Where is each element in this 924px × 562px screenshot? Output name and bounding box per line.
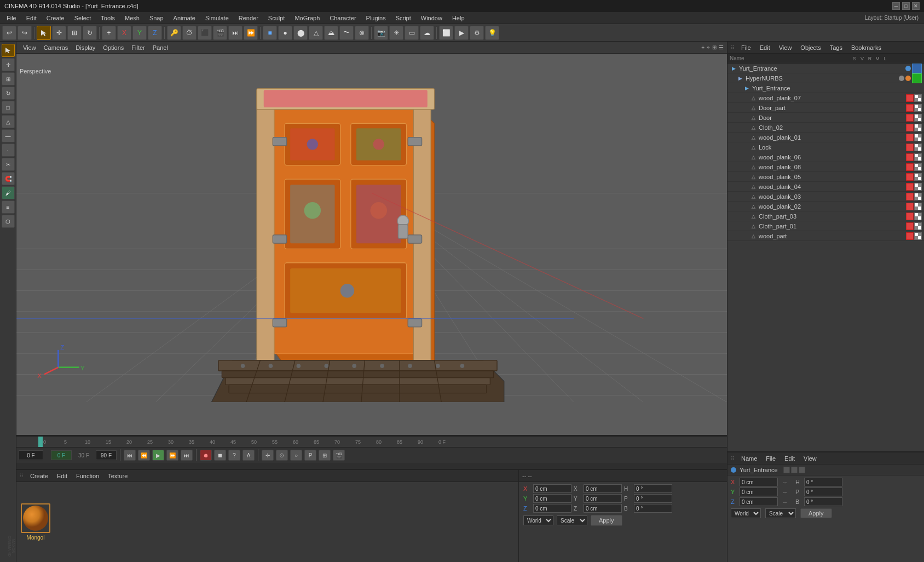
obj-row-wood-plank-06[interactable]: △ wood_plank_06 (727, 152, 924, 162)
coord-h-input[interactable] (634, 484, 672, 493)
obj-row-wood-plank-03[interactable]: △ wood_plank_03 (727, 192, 924, 202)
render-region-btn[interactable]: ⬜ (439, 26, 453, 40)
left-tool-edge[interactable]: — (2, 129, 15, 142)
viewport-canvas[interactable]: Y Z X Perspective (16, 54, 727, 435)
obj-menu-edit[interactable]: Edit (758, 43, 772, 52)
next-clapper-btn[interactable]: ⏭ (228, 26, 242, 40)
close-button[interactable]: ✕ (912, 2, 920, 10)
obj-row-lock[interactable]: △ Lock (727, 142, 924, 152)
operation-select[interactable]: Scale Move Rotate (557, 515, 587, 525)
material-menu-create[interactable]: Create (28, 472, 50, 480)
maximize-button[interactable]: □ (902, 2, 910, 10)
obj-row-wood-plank-01[interactable]: △ wood_plank_01 (727, 133, 924, 142)
left-tool-box[interactable]: □ (2, 101, 15, 114)
menu-animate[interactable]: Animate (169, 14, 200, 22)
left-tool-move[interactable]: ✛ (2, 58, 15, 71)
obj-row-wood-part[interactable]: △ wood_part (727, 231, 924, 241)
tl-tool4[interactable]: P (304, 450, 316, 461)
coord-y-pos-input[interactable] (533, 494, 571, 503)
props-menu-name[interactable]: Name (739, 454, 759, 463)
props-operation-select[interactable]: Scale Move Rotate (765, 508, 796, 518)
viewport-menu-view[interactable]: View (20, 43, 39, 52)
menu-create[interactable]: Create (42, 14, 69, 22)
coord-system-select[interactable]: World Object (523, 515, 553, 525)
skip-btn[interactable]: ⏩ (244, 26, 258, 40)
obj-row-wood-plank-08[interactable]: △ wood_plank_08 (727, 162, 924, 172)
apply-button[interactable]: Apply (591, 515, 622, 526)
obj-menu-tags[interactable]: Tags (828, 43, 845, 52)
landscape-btn[interactable]: ⛰ (324, 26, 338, 40)
undo-button[interactable]: ↩ (2, 26, 16, 40)
menu-mesh[interactable]: Mesh (120, 14, 144, 22)
left-tool-layer[interactable]: ≡ (2, 200, 15, 214)
props-b-input[interactable] (804, 497, 842, 506)
select-tool-button[interactable] (37, 26, 51, 40)
obj-row-cloth-part-01[interactable]: △ Cloth_part_01 (727, 221, 924, 231)
obj-row-wood-plank-05[interactable]: △ wood_plank_05 (727, 172, 924, 182)
end-frame-input[interactable] (96, 450, 117, 460)
props-h-input[interactable] (804, 478, 842, 486)
deform-btn[interactable]: ⊗ (355, 26, 369, 40)
minimize-button[interactable]: ─ (892, 2, 900, 10)
cylinder-tool-button[interactable]: ⬤ (293, 26, 308, 40)
left-tool-rotate[interactable]: ↻ (2, 87, 15, 100)
menu-render[interactable]: Render (234, 14, 263, 22)
record-btn[interactable]: ⏺ (200, 450, 212, 461)
obj-menu-view[interactable]: View (777, 43, 794, 52)
menu-character[interactable]: Character (325, 14, 360, 22)
z-axis-button[interactable]: Z (148, 26, 162, 40)
titlebar-controls[interactable]: ─ □ ✕ (892, 2, 920, 10)
viewport-menu-display[interactable]: Display (72, 43, 99, 52)
menu-simulate[interactable]: Simulate (201, 14, 233, 22)
obj-menu-file[interactable]: File (739, 43, 753, 52)
stop-btn[interactable]: ⏹ (214, 450, 226, 461)
viewport-menu-filter[interactable]: Filter (128, 43, 148, 52)
record-btn[interactable]: ⬛ (198, 26, 212, 40)
obj-row-yurt-entrance-root[interactable]: ▶ Yurt_Entrance (727, 64, 924, 73)
menu-tools[interactable]: Tools (96, 14, 119, 22)
obj-row-wood-plank-04[interactable]: △ wood_plank_04 (727, 182, 924, 192)
coord-z-pos-input[interactable] (533, 504, 571, 513)
props-y-pos-input[interactable] (740, 488, 778, 496)
viewport[interactable]: View Cameras Display Options Filter Pane… (16, 42, 727, 436)
left-tool-paint[interactable]: 🖌 (2, 186, 15, 199)
left-tool-knife[interactable]: ✂ (2, 158, 15, 171)
rotate-tool-button[interactable]: ↻ (83, 26, 97, 40)
menu-snap[interactable]: Snap (145, 14, 168, 22)
obj-row-cloth-02[interactable]: △ Cloth_02 (727, 123, 924, 133)
obj-row-door[interactable]: △ Door (727, 113, 924, 123)
redo-button[interactable]: ↪ (18, 26, 32, 40)
material-menu-texture[interactable]: Texture (106, 472, 130, 480)
viewport-menu-options[interactable]: Options (100, 43, 127, 52)
props-menu-view[interactable]: View (801, 454, 819, 463)
cube-tool-button[interactable]: ■ (263, 26, 277, 40)
timeline-position-marker[interactable] (38, 437, 43, 447)
left-tool-point[interactable]: · (2, 144, 15, 157)
material-thumb-mongol[interactable] (21, 503, 50, 533)
material-menu-edit[interactable]: Edit (55, 472, 70, 480)
left-tool-texture[interactable]: ⬡ (2, 215, 15, 228)
tl-tool5[interactable]: ⊞ (319, 450, 331, 461)
tl-tool2[interactable]: ⏲ (276, 450, 288, 461)
start-frame-input[interactable] (51, 450, 72, 460)
menu-sculpt[interactable]: Sculpt (264, 14, 290, 22)
obj-row-door-part[interactable]: △ Door_part (727, 103, 924, 113)
menu-help[interactable]: Help (448, 14, 469, 22)
menu-mograph[interactable]: MoGraph (290, 14, 324, 22)
coord-z-rot-input[interactable] (584, 504, 622, 513)
key-button[interactable]: 🔑 (167, 26, 181, 40)
add-tool-button[interactable]: + (102, 26, 116, 40)
camera-btn[interactable]: 📷 (374, 26, 388, 40)
menu-plugins[interactable]: Plugins (362, 14, 390, 22)
left-tool-magnet[interactable]: 🧲 (2, 172, 15, 185)
current-frame-input[interactable] (19, 450, 43, 460)
transport-play[interactable]: ▶ (152, 450, 164, 461)
material-menu-function[interactable]: Function (74, 472, 101, 480)
move-tool-button[interactable]: ✛ (52, 26, 66, 40)
menu-select[interactable]: Select (70, 14, 96, 22)
tl-tool6[interactable]: 🎬 (333, 450, 345, 461)
timeline-btn[interactable]: ⏱ (182, 26, 197, 40)
cone-tool-button[interactable]: △ (309, 26, 323, 40)
obj-row-wood-plank-02[interactable]: △ wood_plank_02 (727, 202, 924, 211)
transport-goto-start[interactable]: ⏮ (124, 450, 136, 461)
